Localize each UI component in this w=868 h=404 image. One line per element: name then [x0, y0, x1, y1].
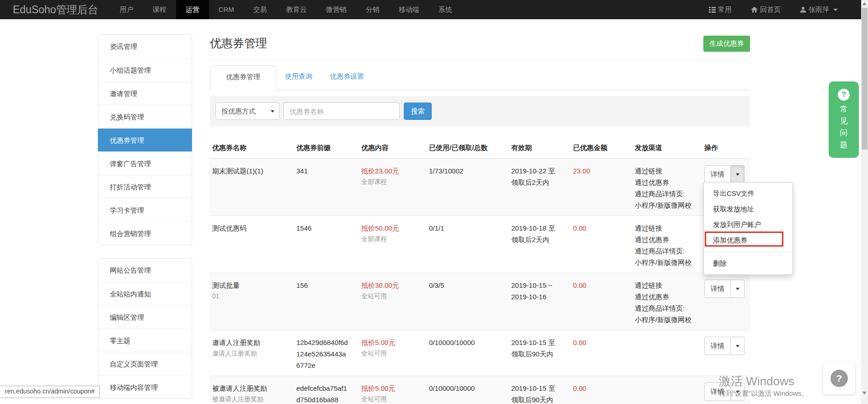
coupon-discount: 抵价30.00元	[361, 280, 423, 291]
tab-coupon-settings[interactable]: 优惠券设置	[321, 65, 373, 90]
sidebar-item-combo-marketing[interactable]: 组合营销管理	[98, 221, 192, 245]
coupon-usage: 0/10000/10000	[429, 382, 505, 394]
tab-coupon-management[interactable]: 优惠券管理	[210, 65, 276, 90]
coupon-amount: 0.00	[573, 337, 629, 348]
caret-down-icon	[736, 288, 739, 290]
sidebar-item-redeem-codes[interactable]: 兑换码管理	[98, 105, 192, 128]
validity-line: 2019-10-15 至	[511, 382, 567, 394]
sidebar-item-coupons[interactable]: 优惠券管理	[98, 128, 192, 151]
scrollbar-down-arrow[interactable]	[863, 392, 866, 394]
coupon-prefix: 341	[296, 165, 348, 177]
discount-type-select[interactable]: 按优惠方式	[215, 102, 279, 120]
frequent-label: 常用	[718, 0, 732, 19]
scrollbar-thumb[interactable]	[862, 8, 868, 150]
menu-item-get-distribution-url[interactable]: 获取发放地址	[704, 201, 793, 217]
detail-button[interactable]: 详情	[704, 280, 731, 298]
coupon-usage: 0/3/5	[429, 280, 505, 291]
coupon-scope: 全部课程	[361, 234, 423, 244]
coupon-discount: 抵价50.00元	[361, 222, 423, 234]
nav-item-educloud[interactable]: 教育云	[277, 0, 316, 19]
coupon-name-input[interactable]	[284, 102, 400, 120]
coupon-discount: 抵价23.00元	[361, 165, 423, 177]
col-header-prefix: 优惠券前缀	[294, 137, 359, 159]
sidebar-item-site-announcements[interactable]: 网站公告管理	[98, 259, 192, 282]
list-icon	[709, 7, 716, 13]
sidebar-item-news[interactable]: 资讯管理	[98, 35, 192, 58]
sidebar-item-invitation[interactable]: 邀请管理	[98, 81, 192, 105]
back-home-button[interactable]: 回首页	[741, 0, 790, 19]
user-icon	[800, 6, 806, 13]
detail-dropdown-toggle[interactable]	[731, 165, 745, 183]
coupon-usage: 0/1/1	[429, 222, 505, 234]
coupon-name: 邀请人注册奖励	[212, 337, 290, 348]
sidebar-item-theme[interactable]: 零主题	[98, 329, 192, 352]
main-content: 优惠券管理 生成优惠券 优惠券管理 使用查询 优惠券设置 按优惠方式 搜索 优惠…	[210, 19, 750, 404]
user-menu[interactable]: 张雨萍	[790, 0, 847, 19]
nav-item-trade[interactable]: 交易	[244, 0, 277, 19]
sidebar-item-site-notifications[interactable]: 全站站内通知	[98, 282, 192, 305]
nav-item-system[interactable]: 系统	[429, 0, 462, 19]
generate-coupon-button[interactable]: 生成优惠券	[703, 36, 750, 52]
sidebar-item-discount-activities[interactable]: 打折活动管理	[98, 175, 192, 198]
col-header-amount: 已优惠金额	[571, 137, 632, 159]
nav-item-mobile[interactable]: 移动端	[389, 0, 429, 19]
frequent-menu-button[interactable]: 常用	[699, 0, 741, 19]
col-header-validity: 有效期	[509, 137, 571, 159]
detail-dropdown-toggle[interactable]	[731, 337, 745, 355]
select-caret-icon	[271, 110, 274, 113]
menu-item-delete[interactable]: 删除	[704, 256, 793, 271]
nav-item-crm[interactable]: CRM	[209, 0, 244, 19]
coupon-name-sub: 被邀请人注册奖励	[212, 394, 290, 404]
coupon-discount: 抵价5.00元	[361, 337, 423, 348]
coupon-amount: 0.00	[573, 222, 629, 234]
detail-dropdown-toggle[interactable]	[731, 280, 745, 298]
vertical-scrollbar[interactable]	[861, 0, 868, 404]
validity-line: 领取后2天内	[511, 177, 567, 188]
scrollbar-up-arrow[interactable]	[863, 2, 866, 5]
validity-line: 领取后2天内	[511, 234, 567, 245]
help-button[interactable]: ?	[823, 362, 855, 394]
validity-line: 2019-10-22 至	[511, 165, 567, 177]
col-header-channels: 发放渠道	[632, 137, 702, 159]
faq-floating-button[interactable]: ? 常见问题	[829, 81, 859, 158]
sidebar-item-custom-pages[interactable]: 自定义页面管理	[98, 352, 192, 375]
coupon-scope: 全部课程	[361, 177, 423, 187]
validity-line: 领取后90天内	[511, 348, 567, 360]
channel-line: 小程序/新版微网校	[635, 314, 698, 325]
detail-dropdown-toggle[interactable]	[731, 382, 745, 401]
coupon-discount: 抵价5.00元	[361, 382, 423, 394]
coupon-prefix: edefcefcba75af1d750d16ba88	[296, 382, 348, 404]
sidebar-item-popup-ads[interactable]: 弹窗广告管理	[98, 151, 192, 175]
tab-usage-query[interactable]: 使用查询	[276, 65, 321, 90]
detail-button[interactable]: 详情	[704, 382, 731, 401]
channel-line: 通过优惠券	[635, 234, 698, 245]
nav-item-courses[interactable]: 课程	[143, 0, 176, 19]
top-navbar: EduSoho管理后台 用户 课程 运营 CRM 交易 教育云 微营销 分销 移…	[0, 0, 861, 19]
coupon-name-sub: 邀请人注册奖励	[212, 348, 290, 358]
search-button[interactable]: 搜索	[404, 102, 432, 120]
sidebar-item-mobile-content[interactable]: 移动端内容管理	[98, 375, 192, 399]
sidebar-item-editor-area[interactable]: 编辑区管理	[98, 305, 192, 329]
channel-line: 小程序/新版微网校	[635, 257, 698, 268]
nav-item-wechat-marketing[interactable]: 微营销	[316, 0, 356, 19]
table-row: 测试批量 01 156 抵价30.00元 全站可用 0/3/5 2019-10-…	[210, 273, 750, 330]
sidebar-item-group-topics[interactable]: 小组话题管理	[98, 58, 192, 81]
coupon-prefix: 12b429d6840f6d124e52635443a6772e	[296, 337, 348, 371]
nav-item-operations[interactable]: 运营	[176, 0, 209, 19]
sidebar-item-learning-cards[interactable]: 学习卡管理	[98, 198, 192, 221]
help-question-icon: ?	[830, 370, 848, 387]
detail-button[interactable]: 详情	[704, 337, 731, 355]
menu-item-add-coupon[interactable]: 添加优惠券	[704, 232, 793, 248]
col-header-usage: 已使用/已领取/总数	[427, 137, 509, 159]
detail-button[interactable]: 详情	[704, 165, 731, 183]
nav-item-distribution[interactable]: 分销	[356, 0, 389, 19]
menu-item-send-to-user-account[interactable]: 发放到用户账户	[704, 217, 793, 232]
col-header-content: 优惠内容	[359, 137, 427, 159]
coupon-scope: 全站可用	[361, 291, 423, 301]
coupon-prefix: 156	[296, 280, 348, 291]
validity-line: 2019-10-15 至	[511, 337, 567, 348]
nav-item-users[interactable]: 用户	[110, 0, 143, 19]
table-row: 邀请人注册奖励 邀请人注册奖励 12b429d6840f6d124e526354…	[210, 330, 750, 376]
coupon-table: 优惠券名称 优惠券前缀 优惠内容 已使用/已领取/总数 有效期 已优惠金额 发放…	[210, 137, 750, 404]
menu-item-export-csv[interactable]: 导出CSV文件	[704, 186, 793, 201]
